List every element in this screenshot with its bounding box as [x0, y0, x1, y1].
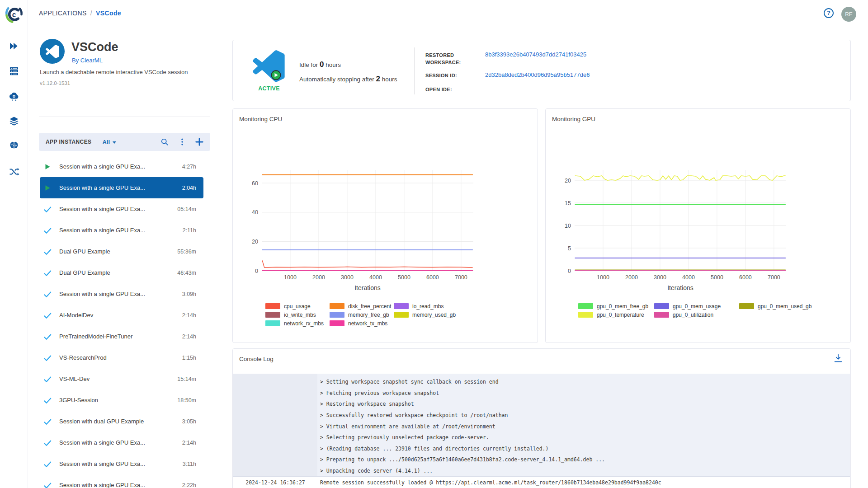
instance-row[interactable]: VS-ResearchProd1:15h — [40, 347, 203, 368]
instance-name: Session with a single GPU Exa... — [59, 460, 178, 467]
instance-row[interactable]: AI-ModelDev2:14h — [40, 305, 203, 326]
instance-row[interactable]: Session with a single GPU Exa...05:14m — [40, 198, 203, 220]
instance-name: PreTrainedModel-FineTuner — [59, 333, 178, 340]
legend-item-gpu_0_mem_used_gb[interactable]: gpu_0_mem_used_gb — [739, 302, 830, 310]
workers-queues-icon[interactable] — [9, 66, 19, 76]
instance-row[interactable]: 3GPU-Session18:50m — [40, 389, 203, 411]
user-avatar[interactable]: RE — [841, 7, 856, 22]
instance-name: VS-ResearchProd — [59, 354, 178, 361]
instance-row[interactable]: Session with a single GPU Exa...2:11h — [40, 220, 203, 241]
datasets-icon[interactable] — [9, 116, 19, 127]
instance-row[interactable]: Session with a single GPU Exa...2:22h — [40, 474, 203, 488]
instance-row[interactable]: PreTrainedModel-FineTuner2:14h — [40, 326, 203, 347]
series-gpu_0_temperature — [575, 176, 785, 180]
legend-item-io_write_mbs[interactable]: io_write_mbs — [265, 310, 330, 319]
stop-value: 2 — [376, 75, 380, 83]
legend-label: gpu_0_mem_free_gb — [597, 303, 648, 310]
pipelines-icon[interactable] — [9, 166, 19, 177]
instance-row[interactable]: Session with a single GPU Exa...2:14h — [40, 432, 203, 453]
svg-text:3000: 3000 — [654, 274, 666, 281]
legend-item-disk_free_percent[interactable]: disk_free_percent — [330, 302, 394, 310]
legend-item-network_tx_mbs[interactable]: network_tx_mbs — [330, 319, 394, 328]
vscode-status-logo — [252, 50, 286, 84]
help-icon[interactable]: ? — [824, 8, 834, 18]
console-log-viewport[interactable]: > Setting workspace snapshot sync callba… — [233, 374, 850, 488]
cloud-autoscaler-icon[interactable] — [9, 91, 19, 102]
legend-label: io_read_mbs — [412, 303, 443, 310]
svg-text:15: 15 — [565, 200, 571, 206]
instance-row[interactable]: Session with a single GPU Exa...4:27h — [40, 156, 203, 177]
instance-row[interactable]: Session with a single GPU Exa...2:04h — [40, 177, 203, 198]
clearml-vscode-app-page: c — [0, 0, 868, 488]
download-log-icon[interactable] — [833, 353, 843, 363]
instance-row[interactable]: Dual GPU Example55:36m — [40, 241, 203, 262]
search-icon[interactable] — [160, 137, 169, 146]
instance-duration: 2:14h — [182, 440, 196, 446]
legend-label: io_write_mbs — [284, 312, 316, 318]
console-log-line: > Virtual environment are available at /… — [233, 421, 850, 432]
instance-row[interactable]: Session with a single GPU Exa...3:09h — [40, 283, 203, 305]
legend-item-gpu_0_utilization[interactable]: gpu_0_utilization — [654, 310, 739, 319]
instance-name: Session with a single GPU Exa... — [59, 291, 178, 297]
instance-row[interactable]: Dual GPU Example46:43m — [40, 262, 203, 283]
ai-brain-icon[interactable] — [9, 141, 19, 151]
legend-item-network_rx_mbs[interactable]: network_rx_mbs — [265, 319, 330, 328]
legend-item-gpu_0_mem_free_gb[interactable]: gpu_0_mem_free_gb — [578, 302, 654, 310]
legend-item-memory_used_gb[interactable]: memory_used_gb — [394, 310, 458, 319]
svg-text:1000: 1000 — [284, 274, 297, 281]
instance-duration: 2:04h — [182, 185, 196, 191]
legend-item-cpu_usage[interactable]: cpu_usage — [265, 302, 330, 310]
legend-item-io_read_mbs[interactable]: io_read_mbs — [394, 302, 458, 310]
idle-text: Idle for 0 hours — [299, 60, 341, 69]
svg-text:40: 40 — [252, 209, 258, 216]
applications-icon[interactable] — [9, 41, 19, 52]
completed-check-icon — [43, 205, 52, 213]
legend-item-gpu_0_mem_usage[interactable]: gpu_0_mem_usage — [654, 302, 739, 310]
instance-name: Dual GPU Example — [59, 248, 173, 255]
svg-text:5000: 5000 — [711, 274, 723, 281]
idle-prefix: Idle for — [299, 61, 320, 68]
instances-filter-dropdown[interactable]: All — [102, 139, 116, 145]
legend-swatch-network_tx_mbs — [330, 320, 344, 326]
legend-item-gpu_0_temperature[interactable]: gpu_0_temperature — [578, 310, 654, 319]
instance-row[interactable]: VS-ML-Dev15:14m — [40, 368, 203, 389]
running-play-icon — [43, 163, 52, 171]
monitoring-gpu-plot[interactable]: 100020003000400050006000700005101520Iter… — [546, 152, 850, 301]
legend-swatch-network_rx_mbs — [265, 320, 280, 326]
filter-value: All — [102, 139, 110, 145]
monitoring-gpu-card: Monitoring GPU 1000200030004000500060007… — [545, 108, 851, 343]
restored-workspace-value[interactable]: 8b3f3393e26b407493d7dd2741f03425 — [485, 51, 586, 58]
completed-check-icon — [43, 439, 52, 447]
legend-label: memory_used_gb — [412, 312, 456, 318]
console-log-line: > Setting workspace snapshot sync callba… — [233, 376, 850, 388]
instance-name: VS-ML-Dev — [59, 375, 173, 382]
kebab-menu-icon[interactable] — [178, 137, 187, 146]
restored-workspace-label: RESTORED WORKSPACE: — [425, 52, 479, 66]
instance-row[interactable]: Session with a single GPU Exa...3:11h — [40, 453, 203, 474]
session-id-value[interactable]: 2d32ba8ded2b400d96d95a95b5177de6 — [485, 71, 590, 78]
status-divider — [415, 47, 415, 94]
legend-swatch-io_write_mbs — [265, 312, 280, 318]
status-badge: ACTIVE — [248, 85, 290, 92]
app-byline-link[interactable]: By ClearML — [72, 57, 103, 64]
instance-row[interactable]: Session with dual GPU Example3:05h — [40, 411, 203, 432]
legend-item-memory_free_gb[interactable]: memory_free_gb — [330, 310, 394, 319]
instance-duration: 46:43m — [177, 270, 196, 276]
open-ide-label: OPEN IDE: — [425, 86, 479, 93]
add-instance-icon[interactable] — [194, 137, 204, 147]
breadcrumb-applications[interactable]: APPLICATIONS — [39, 9, 87, 17]
app-title: VSCode — [71, 40, 118, 54]
monitoring-cpu-plot[interactable]: 10002000300040005000600070000204060Itera… — [233, 152, 538, 301]
console-log-card: Console Log > Setting workspace snapshot… — [232, 348, 851, 488]
legend-label: network_tx_mbs — [348, 320, 387, 327]
monitoring-cpu-card: Monitoring CPU 1000200030004000500060007… — [232, 108, 538, 343]
breadcrumb-vscode[interactable]: VSCode — [96, 9, 121, 17]
series-cpu_usage — [262, 261, 472, 267]
cpu-chart-title: Monitoring CPU — [239, 116, 282, 122]
completed-check-icon — [43, 269, 52, 277]
cpu-legend: cpu_usagedisk_free_percentio_read_mbsio_… — [265, 302, 458, 328]
instance-name: Session with a single GPU Exa... — [59, 206, 173, 212]
clearml-logo[interactable]: c — [4, 5, 24, 24]
instance-duration: 18:50m — [177, 397, 196, 404]
console-log-line: > Preparing to unpack .../500d625af75a6f… — [233, 454, 850, 465]
